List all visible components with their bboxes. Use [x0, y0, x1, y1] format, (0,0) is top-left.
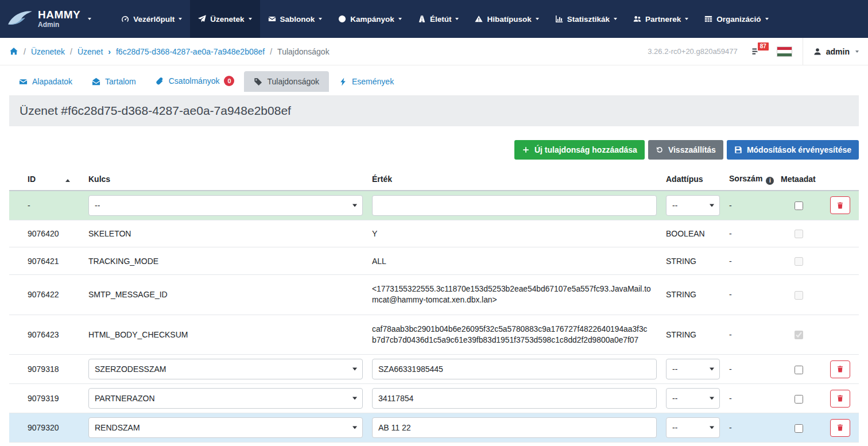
tab-esemenyek[interactable]: Események — [329, 71, 404, 92]
nav-item-vezerlopult[interactable]: Vezérlőpult — [113, 0, 190, 38]
value-input[interactable] — [372, 195, 657, 216]
datatype-select[interactable]: -- — [666, 388, 720, 409]
apply-changes-button[interactable]: Módosítások érvényesítése — [727, 140, 859, 160]
chevron-down-icon — [352, 204, 357, 207]
breadcrumb-bar: /Üzenetek/Üzenet›f6c28d75-d368-4287-ae0a… — [0, 38, 868, 65]
value-input[interactable] — [372, 417, 657, 438]
cell-ordinal: - — [724, 247, 776, 275]
cell-metadata — [776, 247, 821, 275]
key-select-value: PARTNERAZON — [95, 394, 155, 403]
paper-plane-icon — [198, 15, 206, 23]
chevron-down-icon — [249, 18, 252, 20]
table-header-row: ID Kulcs Érték Adattípus Sorszám Metaada… — [9, 169, 859, 191]
plus-icon — [522, 146, 530, 154]
route-icon — [418, 15, 426, 23]
nav-item-uzenetek[interactable]: Üzenetek — [190, 0, 259, 38]
user-menu[interactable]: admin — [813, 47, 859, 56]
breadcrumb: /Üzenetek/Üzenet›f6c28d75-d368-4287-ae0a… — [9, 47, 330, 56]
nav-item-eletut[interactable]: Életút — [410, 0, 467, 38]
delete-row-button[interactable] — [830, 419, 850, 437]
datatype-select[interactable]: -- — [666, 417, 720, 438]
key-select[interactable]: PARTNERAZON — [88, 388, 363, 409]
datatype-select-value: -- — [672, 364, 677, 374]
datatype-select-value: -- — [672, 394, 677, 403]
undo-icon — [656, 146, 664, 154]
value-input[interactable] — [372, 388, 657, 409]
cell-metadata — [776, 355, 821, 384]
trash-icon — [836, 424, 844, 432]
users-icon — [633, 15, 641, 23]
cell-ordinal: - — [724, 355, 776, 384]
breadcrumb-item-uzenet[interactable]: Üzenet — [78, 47, 103, 56]
notification-badge: 87 — [757, 41, 770, 52]
col-header-datatype[interactable]: Adattípus — [661, 169, 724, 191]
bolt-icon — [339, 77, 347, 86]
version-label: 3.26.2-rc0+20.g820a59477 — [648, 47, 738, 56]
notifications-button[interactable]: 87 — [751, 47, 762, 56]
metadata-checkbox[interactable] — [795, 366, 803, 374]
col-header-value[interactable]: Érték — [367, 169, 661, 191]
metadata-checkbox[interactable] — [795, 424, 803, 433]
tab-tartalom[interactable]: Tartalom — [82, 71, 146, 92]
nav-item-hibatipusok[interactable]: Hibatípusok — [467, 0, 547, 38]
delete-row-button[interactable] — [830, 390, 850, 408]
cell-value — [367, 191, 661, 220]
nav-item-sablonok[interactable]: Sablonok — [260, 0, 331, 38]
col-header-metadata[interactable]: Metaadat — [776, 169, 821, 191]
cell-id: 9076422 — [9, 275, 84, 315]
key-select[interactable]: SZERZODESSZAM — [88, 359, 363, 379]
nav-item-organizacio[interactable]: Organizáció — [696, 0, 776, 38]
col-header-id[interactable]: ID — [9, 169, 84, 191]
metadata-checkbox — [795, 331, 803, 339]
cell-value: Y — [367, 220, 661, 247]
cell-datatype: STRING — [661, 315, 724, 355]
cell-metadata — [776, 220, 821, 247]
key-select[interactable]: RENDSZAM — [88, 417, 363, 438]
delete-row-button[interactable] — [830, 360, 850, 378]
col-header-key[interactable]: Kulcs — [84, 169, 367, 191]
nav-item-partnerek[interactable]: Partnerek — [625, 0, 696, 38]
cell-actions — [821, 315, 859, 355]
tab-alapadatok[interactable]: Alapadatok — [9, 71, 82, 92]
cell-datatype: -- — [661, 384, 724, 413]
cell-ordinal: - — [724, 275, 776, 315]
cell-id: 9079319 — [9, 384, 84, 413]
reset-button[interactable]: Visszaállítás — [648, 140, 723, 160]
cell-metadata — [776, 443, 821, 446]
datatype-select[interactable]: -- — [666, 195, 720, 216]
cell-key: SZERZODESSZAM — [84, 355, 367, 384]
cell-key: SKELETON — [84, 220, 367, 247]
nav-item-statisztikak[interactable]: Statisztikák — [547, 0, 625, 38]
cell-metadata — [776, 384, 821, 413]
datatype-select[interactable]: -- — [666, 359, 720, 379]
property-row: 9079320RENDSZAM--- — [9, 413, 859, 443]
brand[interactable]: HAMMY Admin — [5, 0, 98, 38]
metadata-checkbox[interactable] — [795, 395, 803, 404]
key-select[interactable]: -- — [88, 195, 363, 216]
cell-key: TRACKING_MODE — [84, 247, 367, 275]
building-icon — [704, 15, 712, 23]
property-row: 9076420SKELETONYBOOLEAN- — [9, 220, 859, 247]
tab-csatolmanyok[interactable]: Csatolmányok0 — [146, 70, 245, 92]
delete-row-button[interactable] — [830, 196, 850, 214]
breadcrumb-item-uzenetek[interactable]: Üzenetek — [31, 47, 65, 56]
tab-tulajdonsagok[interactable]: Tulajdonságok — [244, 71, 329, 92]
cell-datatype: -- — [661, 413, 724, 443]
breadcrumb-item-tulajdonsagok: Tulajdonságok — [277, 47, 330, 56]
nav-item-kampanyok[interactable]: Kampányok — [330, 0, 410, 38]
save-icon — [734, 146, 742, 154]
breadcrumb-item-f6c28d75-d368-4287-ae0a-[interactable]: f6c28d75-d368-4287-ae0a-7a948e2b08ef — [116, 47, 265, 56]
breadcrumb-home-link[interactable] — [9, 47, 18, 56]
envelope-icon — [268, 15, 276, 23]
hungarian-flag-icon[interactable] — [777, 46, 792, 57]
chevron-down-icon — [319, 18, 322, 20]
trash-icon — [836, 394, 844, 402]
datatype-select-value: -- — [672, 201, 677, 210]
value-input[interactable] — [372, 359, 657, 379]
col-header-ordinal[interactable]: Sorszám — [724, 169, 776, 191]
cell-key: PARTNERAZON — [84, 384, 367, 413]
chevron-down-icon — [710, 368, 714, 371]
cell-ordinal: - — [724, 191, 776, 220]
add-property-button[interactable]: Új tulajdonság hozzáadása — [514, 140, 645, 160]
metadata-checkbox[interactable] — [795, 201, 803, 210]
